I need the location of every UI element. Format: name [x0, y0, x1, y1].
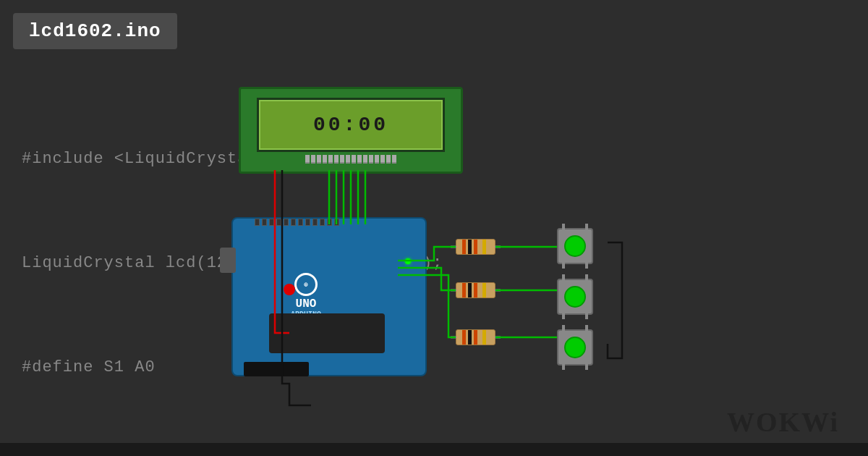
lcd-pin-6 [334, 155, 339, 164]
push-button-1-cap [564, 235, 586, 257]
arduino-board: ⊕ UNO ARDUINO [231, 217, 427, 376]
push-button-3[interactable] [557, 329, 593, 366]
lcd-pin-10 [357, 155, 362, 164]
lcd-time-display: 00:00 [313, 114, 388, 136]
arduino-usb-port [220, 248, 236, 273]
header-pin-1 [255, 219, 260, 226]
lcd-pin-14 [380, 155, 385, 164]
lcd-pin-1 [305, 155, 310, 164]
header-pin-9 [312, 219, 318, 226]
lcd-pin-4 [323, 155, 327, 164]
lcd-pin-8 [346, 155, 350, 164]
btn1-pin-bl [562, 263, 565, 269]
push-button-1[interactable] [557, 228, 593, 264]
circuit-area: 00:00 [217, 58, 839, 434]
btn3-pin-tr [585, 325, 588, 331]
header-pin-12 [334, 219, 339, 226]
btn2-pin-tl [562, 274, 565, 280]
btn1-pin-br [585, 263, 588, 269]
lcd-pin-13 [375, 155, 379, 164]
resistor-2 [456, 282, 495, 298]
btn3-pin-bl [562, 364, 565, 370]
wokwi-logo-text: WOKWi [727, 407, 839, 437]
title-bar: lcd1602.ino [13, 13, 177, 49]
push-button-2[interactable] [557, 279, 593, 315]
lcd-pin-2 [311, 155, 315, 164]
header-pin-7 [298, 219, 303, 226]
lcd-pin-9 [352, 155, 356, 164]
arduino-power-header [244, 362, 309, 376]
resistor-3 [456, 329, 495, 345]
lcd-screen: 00:00 [257, 98, 445, 152]
header-pin-10 [320, 219, 325, 226]
header-pin-6 [291, 219, 296, 226]
arduino-logo: ⊕ UNO ARDUINO [291, 273, 321, 318]
header-pin-11 [327, 219, 332, 226]
btn3-pin-br [585, 364, 588, 370]
lcd-pin-11 [363, 155, 367, 164]
lcd-pin-3 [317, 155, 321, 164]
arduino-power-led [405, 258, 411, 264]
header-pin-4 [276, 219, 281, 226]
arduino-ic-chip [269, 313, 385, 353]
resistor-1 [456, 239, 495, 255]
lcd-pin-16 [392, 155, 396, 164]
header-pin-5 [284, 219, 289, 226]
btn2-pin-br [585, 313, 588, 319]
btn3-pin-tl [562, 325, 565, 331]
push-button-2-cap [564, 286, 586, 308]
lcd-pin-row [305, 155, 396, 164]
header-pin-2 [262, 219, 267, 226]
btn2-pin-tr [585, 274, 588, 280]
arduino-model-label: UNO [291, 297, 321, 311]
lcd-pin-5 [328, 155, 333, 164]
btn1-pin-tr [585, 224, 588, 229]
wokwi-logo: WOKWi [727, 406, 839, 438]
lcd-pin-7 [340, 155, 344, 164]
push-button-3-cap [564, 337, 586, 358]
lcd-pin-12 [369, 155, 373, 164]
arduino-circle-logo: ⊕ [294, 273, 318, 296]
filename-label: lcd1602.ino [29, 20, 161, 42]
arduino-digital-header [255, 219, 339, 226]
lcd-display: 00:00 [239, 87, 463, 174]
lcd-screen-inner: 00:00 [260, 101, 441, 148]
btn1-pin-tl [562, 224, 565, 229]
btn2-pin-bl [562, 313, 565, 319]
header-pin-8 [305, 219, 310, 226]
header-pin-3 [269, 219, 274, 226]
lcd-pin-15 [386, 155, 391, 164]
